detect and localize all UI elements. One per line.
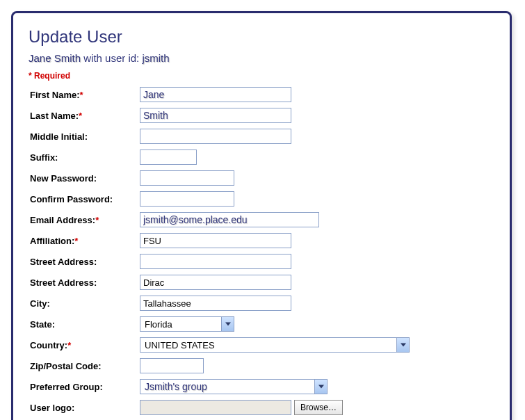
subtitle-user-id: jsmith	[142, 52, 169, 64]
browse-button[interactable]: Browse…	[294, 400, 343, 415]
first-name-input[interactable]	[140, 87, 291, 102]
subtitle: Jane Smith with user id: jsmith	[29, 52, 494, 64]
label-new-password: New Password:	[29, 173, 140, 184]
last-name-input[interactable]	[140, 108, 291, 123]
required-star: *	[80, 90, 83, 100]
chevron-down-icon	[396, 338, 409, 352]
label-country: Country:*	[29, 340, 140, 350]
required-star: *	[79, 111, 82, 121]
label-zip: Zip/Postal Code:	[29, 361, 140, 371]
new-password-input[interactable]	[140, 170, 234, 186]
required-star: *	[95, 215, 99, 225]
label-confirm-password: Confirm Password:	[29, 194, 140, 204]
state-select-value: Florida	[140, 317, 221, 331]
label-preferred-group: Preferred Group:	[29, 382, 140, 392]
country-select-value: UNITED STATES	[140, 338, 396, 352]
label-user-logo: User logo:	[29, 403, 140, 413]
update-user-panel: Update User Jane Smith with user id: jsm…	[11, 11, 512, 420]
required-note: * Required	[29, 71, 494, 81]
suffix-input[interactable]	[140, 150, 197, 165]
chevron-down-icon	[221, 317, 234, 331]
required-star: *	[67, 340, 71, 350]
affiliation-input[interactable]	[140, 233, 291, 248]
label-state: State:	[29, 319, 140, 330]
state-select[interactable]: Florida	[140, 316, 234, 332]
preferred-group-value: Jsmith's group	[140, 380, 314, 394]
required-star: *	[74, 236, 78, 246]
label-street2: Street Address:	[29, 277, 140, 288]
page-title: Update User	[29, 27, 494, 47]
label-affiliation: Affiliation:*	[29, 236, 140, 246]
chevron-down-icon	[314, 380, 327, 394]
label-last-name: Last Name:*	[29, 111, 140, 121]
confirm-password-input[interactable]	[140, 191, 234, 207]
middle-initial-input[interactable]	[140, 129, 291, 144]
label-suffix: Suffix:	[29, 152, 140, 163]
street1-input[interactable]	[140, 254, 291, 269]
country-select[interactable]: UNITED STATES	[140, 337, 410, 353]
label-street1: Street Address:	[29, 257, 140, 267]
label-email: Email Address:*	[29, 215, 140, 225]
preferred-group-select[interactable]: Jsmith's group	[140, 379, 328, 394]
subtitle-mid: with user id:	[81, 52, 142, 64]
city-input[interactable]	[140, 296, 291, 311]
user-logo-path	[140, 400, 291, 415]
user-logo-file: Browse…	[140, 400, 343, 415]
zip-input[interactable]	[140, 358, 204, 373]
street2-input[interactable]	[140, 275, 291, 290]
email-input[interactable]	[140, 212, 319, 227]
label-middle-initial: Middle Initial:	[29, 131, 140, 142]
subtitle-user-name: Jane Smith	[29, 52, 81, 64]
label-first-name: First Name:*	[29, 90, 140, 100]
label-city: City:	[29, 298, 140, 309]
